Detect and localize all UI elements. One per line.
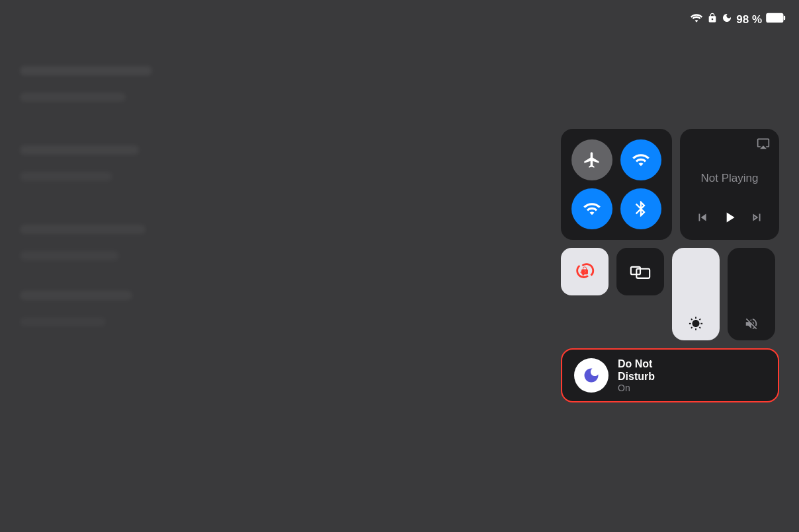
- fast-forward-button[interactable]: [745, 206, 769, 229]
- control-center: Not Playing: [561, 129, 779, 402]
- wifi-button[interactable]: [571, 188, 612, 229]
- battery-percentage: 98 %: [736, 13, 762, 26]
- dnd-label-line2: Disturb: [618, 370, 655, 383]
- now-playing-header: [689, 137, 770, 153]
- svg-rect-2: [631, 267, 640, 274]
- screen-mirror-button[interactable]: [616, 248, 664, 295]
- dnd-label-line1: Do Not: [618, 358, 655, 370]
- dnd-status: On: [618, 383, 655, 393]
- do-not-disturb-button[interactable]: Do Not Disturb On: [561, 348, 779, 402]
- wifi-calling-button[interactable]: [620, 139, 661, 180]
- do-not-disturb-status-icon: [722, 12, 732, 27]
- battery-icon: [766, 13, 786, 26]
- status-bar: 98 %: [690, 12, 786, 27]
- now-playing-panel: Not Playing: [680, 129, 779, 240]
- now-playing-title: Not Playing: [689, 156, 770, 200]
- brightness-icon: [689, 317, 703, 334]
- play-button[interactable]: [718, 206, 741, 229]
- dnd-moon-circle: [574, 358, 609, 393]
- middle-row: [561, 248, 779, 340]
- top-row: Not Playing: [561, 129, 779, 240]
- volume-slider[interactable]: [728, 248, 775, 340]
- connectivity-panel: [561, 129, 672, 240]
- rewind-button[interactable]: [691, 206, 714, 229]
- airplane-mode-button[interactable]: [571, 139, 612, 180]
- rotation-lock-status-icon: [707, 12, 718, 27]
- media-controls: [689, 200, 770, 232]
- do-not-disturb-row: Do Not Disturb On: [561, 348, 779, 402]
- brightness-slider[interactable]: [672, 248, 720, 340]
- svg-rect-3: [636, 269, 650, 278]
- svg-rect-1: [784, 16, 786, 20]
- airplay-icon[interactable]: [757, 137, 770, 153]
- dnd-text: Do Not Disturb On: [618, 358, 655, 393]
- background-blur: [0, 0, 331, 532]
- screen-rotation-button[interactable]: [561, 248, 609, 295]
- volume-mute-icon: [744, 317, 759, 334]
- svg-rect-0: [767, 13, 783, 22]
- bluetooth-button[interactable]: [620, 188, 661, 229]
- wifi-status-icon: [690, 13, 703, 26]
